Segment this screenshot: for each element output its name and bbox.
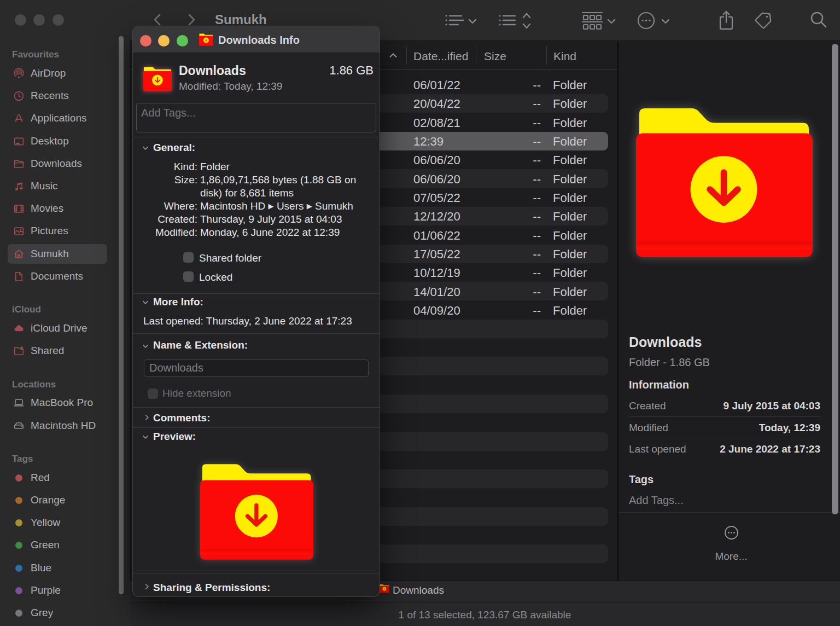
svg-text:9: 9: [20, 346, 22, 350]
